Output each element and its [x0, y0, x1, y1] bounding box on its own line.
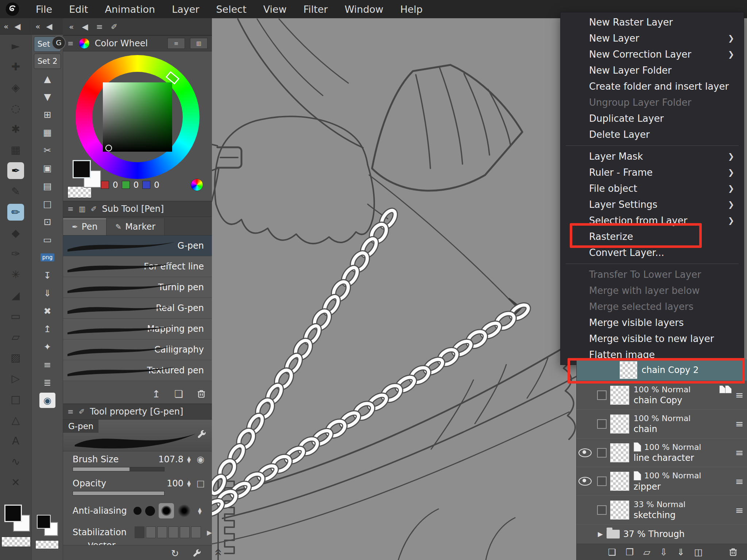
layer-checkbox-cell[interactable] — [593, 477, 610, 486]
tool-soft-eraser-icon[interactable]: ▱ — [7, 328, 24, 345]
export-image-icon[interactable]: ⇓ — [39, 285, 55, 301]
app-logo-icon[interactable] — [5, 2, 20, 16]
layer-menu-icon[interactable]: ≡ — [732, 389, 747, 401]
tool-airbrush-icon[interactable]: ✏ — [7, 204, 24, 221]
collapse-icon[interactable]: « — [35, 22, 40, 31]
expand-folder-icon[interactable]: ▶ — [598, 530, 603, 538]
layer-row-line-character[interactable]: 100 % Normal line character ≡ — [577, 439, 747, 467]
tool-pen-icon[interactable]: ✒ — [7, 162, 24, 179]
tab-marker[interactable]: ✎ Marker — [107, 218, 165, 235]
layer-thumbnail[interactable] — [610, 386, 629, 405]
foreground-color-swatch[interactable] — [73, 160, 91, 178]
pen-panel-icon[interactable]: ✐ — [91, 205, 97, 213]
panel-menu-icon[interactable]: ≡ — [67, 205, 74, 213]
nav-up-icon[interactable]: ▲ — [39, 71, 55, 86]
visibility-cell[interactable] — [577, 448, 593, 457]
layer-row-chain[interactable]: 100 % Normal chain ≡ — [577, 410, 747, 439]
new-layer-icon[interactable]: ❏ — [608, 547, 616, 557]
visibility-cell[interactable] — [577, 477, 593, 486]
menu-item-layer-settings[interactable]: Layer Settings❯ — [561, 197, 744, 213]
tool-fill-icon[interactable]: ◆ — [7, 225, 24, 241]
tool-3d-icon[interactable]: ◈ — [7, 79, 24, 96]
layer-thumbnail[interactable] — [610, 443, 629, 462]
set2-button[interactable]: Set 2 — [34, 54, 61, 69]
menu-item-duplicate-layer[interactable]: Duplicate Layer — [561, 110, 744, 127]
saturation-value-square[interactable] — [103, 82, 172, 152]
grid-icon[interactable]: ⊞ — [39, 107, 55, 122]
opacity-stepper[interactable]: ▲▼ — [187, 480, 191, 487]
menu-edit[interactable]: Edit — [69, 4, 88, 15]
layer-checkbox-cell[interactable] — [593, 390, 610, 400]
brush-turnip-pen[interactable]: Turnip pen — [63, 277, 212, 298]
aa-option-strong[interactable] — [178, 504, 191, 517]
aa-option-none[interactable] — [133, 507, 142, 515]
layer-menu-icon[interactable]: ≡ — [732, 505, 747, 516]
menu-select[interactable]: Select — [216, 4, 246, 15]
menu-item-merge-visible-to-new-layer[interactable]: Merge visible to new layer — [561, 331, 744, 347]
eye-icon[interactable] — [578, 448, 592, 457]
tool-move-icon[interactable]: ✚ — [7, 58, 24, 75]
quick-access-icon[interactable]: G — [52, 36, 66, 50]
menu-item-ruler-frame[interactable]: Ruler - Frame❯ — [561, 164, 744, 180]
mini-foreground-swatch[interactable] — [37, 515, 51, 529]
layer-thumbnail[interactable] — [610, 472, 629, 491]
stabilization-segment[interactable] — [180, 526, 190, 538]
layer-name[interactable]: chain Copy — [634, 395, 732, 405]
sv-cursor[interactable] — [105, 145, 112, 151]
menu-help[interactable]: Help — [400, 4, 423, 15]
delete-subtool-icon[interactable] — [197, 389, 206, 398]
panel-menu-icon[interactable]: ≡ — [96, 22, 102, 31]
folder-icon[interactable]: ▭ — [39, 232, 55, 247]
close-box-icon[interactable]: ✖ — [39, 303, 55, 319]
reset-icon[interactable]: ↻ — [171, 548, 179, 559]
transparent-swatch[interactable] — [67, 186, 92, 198]
tab-pen[interactable]: ✒ Pen — [63, 218, 107, 235]
layer-name[interactable]: 37 % Through — [623, 529, 685, 539]
color-slider-view-button[interactable]: ≡ — [167, 38, 185, 49]
paper-icon[interactable]: ▱ — [643, 547, 650, 557]
tool-object-icon[interactable]: ▷ — [7, 370, 24, 387]
panel-menu-icon[interactable]: ≡ — [67, 407, 74, 416]
layer-thumbnail[interactable] — [610, 415, 629, 433]
view-toggle-icon[interactable]: ▥ — [79, 205, 86, 213]
tool-gradient-icon[interactable]: ▨ — [7, 349, 24, 366]
brush-size-stepper[interactable]: ▲▼ — [187, 456, 191, 463]
aa-stepper[interactable]: ▲▼ — [198, 508, 202, 514]
menu-animation[interactable]: Animation — [105, 4, 155, 15]
transfer-down-icon[interactable]: ⇩ — [660, 547, 667, 557]
new-page-icon[interactable]: ⊡ — [39, 214, 55, 229]
mini-transparent-swatch[interactable] — [35, 540, 59, 549]
menu-item-new-raster-layer[interactable]: New Raster Layer — [561, 14, 744, 30]
opacity-slider[interactable] — [73, 491, 165, 495]
mask-icon[interactable]: ◫ — [694, 547, 703, 557]
brush-mapping-pen[interactable]: Mapping pen — [63, 319, 212, 339]
menu-item-merge-visible-layers[interactable]: Merge visible layers — [561, 315, 744, 331]
expand-panel-icon[interactable]: « — [212, 548, 227, 556]
layer-checkbox-cell[interactable] — [593, 419, 610, 429]
clipboard-icon[interactable]: ▤ — [39, 178, 55, 194]
color-grid-view-button[interactable]: ▥ — [190, 38, 208, 49]
png-badge-icon[interactable]: png — [39, 250, 55, 265]
tool-ink-icon[interactable]: ◢ — [7, 287, 24, 304]
duplicate-icon[interactable]: ▣ — [39, 160, 55, 176]
brush-size-slider[interactable] — [73, 467, 165, 471]
mesh-icon[interactable]: ▦ — [39, 125, 55, 140]
brush-g-pen[interactable]: G-pen — [63, 236, 212, 256]
menu-item-new-layer-folder[interactable]: New Layer Folder — [561, 62, 744, 78]
stabilization-expand-icon[interactable]: ▶ — [207, 529, 212, 536]
stabilization-segment[interactable] — [135, 526, 144, 538]
brush-for-effect-line[interactable]: For effect line — [63, 256, 212, 277]
layer-menu-icon[interactable]: ≡ — [732, 418, 747, 429]
tool-pencil-icon[interactable]: ✎ — [7, 183, 24, 200]
foreground-color-swatch[interactable] — [4, 505, 22, 522]
menu-item-layer-mask[interactable]: Layer Mask❯ — [561, 148, 744, 164]
menu-item-new-layer[interactable]: New Layer❯ — [561, 30, 744, 46]
eye-icon[interactable] — [578, 477, 592, 486]
nav-down-icon[interactable]: ▼ — [39, 89, 55, 104]
spiral-icon[interactable]: ◉ — [39, 393, 55, 408]
transparent-color-swatch[interactable] — [1, 537, 31, 547]
collapse-icon[interactable]: « — [69, 22, 74, 31]
color-wheel[interactable] — [63, 51, 212, 177]
brush-real-g-pen[interactable]: Real G-pen — [63, 298, 212, 319]
tool-decoration-icon[interactable]: ✳ — [7, 266, 24, 283]
